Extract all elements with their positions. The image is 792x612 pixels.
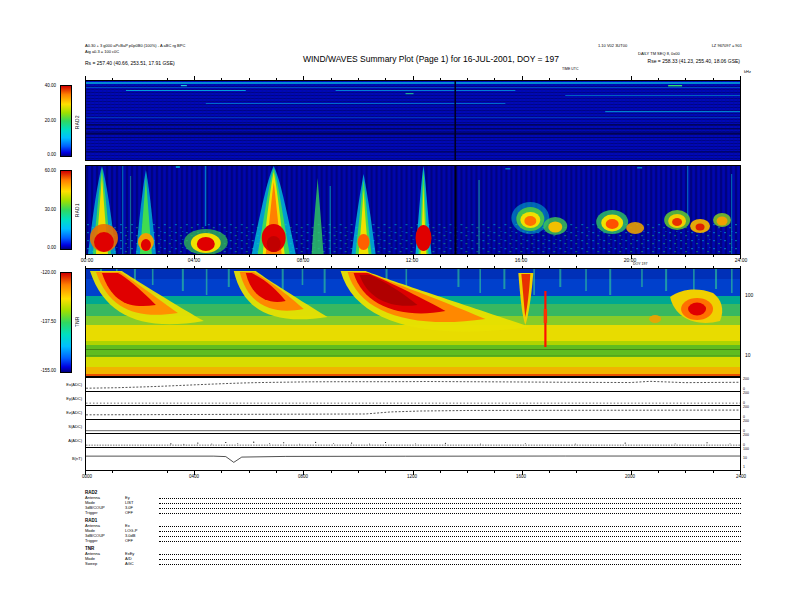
rad1-panel-label: RAD1 bbox=[75, 196, 80, 224]
bottom-tick-0400: 0400 bbox=[179, 474, 209, 479]
rad1-heatmap-art bbox=[86, 166, 740, 254]
bottom-tick-2400: 2400 bbox=[726, 474, 756, 479]
tnr-colorbar bbox=[60, 272, 72, 373]
lineplot-b-nt bbox=[85, 447, 741, 471]
lineplot-s-adc bbox=[85, 419, 741, 434]
legend-leader-dots bbox=[159, 564, 741, 565]
time-tick-0000: 00:00 bbox=[72, 257, 102, 263]
header-info-line1: A0.30 + 3 g000 aPcBaP p0p0B0 (100%) - A … bbox=[85, 43, 305, 48]
lineplot-label-ey: Ey(ADC) bbox=[50, 396, 82, 401]
rad1-colorbar-tick-top: 60.00 bbox=[28, 168, 56, 173]
legend-leader-dots bbox=[159, 508, 741, 509]
rad2-panel-label: RAD2 bbox=[75, 108, 80, 136]
legend-row: Trigger OFF bbox=[85, 538, 741, 543]
lineplot-ez-adc bbox=[85, 405, 741, 420]
header-daily-tm-text: DAILY TM SEQ 8, 0x00 bbox=[638, 51, 738, 56]
lineplot-a-adc bbox=[85, 433, 741, 448]
frequency-unit-label: kHz bbox=[744, 69, 764, 74]
tnr-spectrogram bbox=[85, 268, 741, 377]
bottom-tick-0800: 0800 bbox=[288, 474, 318, 479]
spacecraft-rs-position: Rs = 257.40 (40.66, 253.51, 17.91 GSE) bbox=[85, 60, 285, 66]
time-utc-label: TIME UTC bbox=[562, 67, 592, 71]
legend-row-value: OFF bbox=[125, 538, 159, 543]
tnr-panel-label: TNR bbox=[75, 308, 80, 336]
legend-leader-dots bbox=[159, 526, 741, 527]
spacecraft-rse-position: Rse = 258.33 (41.23, 255.40, 18.06 GSE) bbox=[560, 58, 740, 64]
legend-leader-dots bbox=[159, 513, 741, 514]
lineplot-label-ez: Ez(ADC) bbox=[50, 410, 82, 415]
lineplot-ex-adc bbox=[85, 377, 741, 392]
rad1-colorbar-tick-mid: 30.00 bbox=[28, 207, 56, 212]
bottom-tick-1600: 1600 bbox=[506, 474, 536, 479]
footer-legend: RAD2 Antenna Ey Mode LIST 3dB/COUP 3.0F … bbox=[85, 487, 741, 566]
header-info-line2: Aig a0.3 = 100 c0C bbox=[85, 49, 245, 54]
header-lz-text: LZ 967097 = 901 bbox=[688, 43, 742, 48]
time-tick-0800: 08:00 bbox=[288, 257, 318, 263]
bottom-tick-1200: 1200 bbox=[397, 474, 427, 479]
tnr-freq-tick-100: 100 bbox=[745, 292, 753, 298]
time-tick-1200: 12:00 bbox=[397, 257, 427, 263]
rad2-spectrogram bbox=[85, 80, 741, 161]
lineplot-label-a: A(ADC) bbox=[50, 438, 82, 443]
legend-row: Trigger OFF bbox=[85, 510, 741, 515]
lineplot-ey-adc bbox=[85, 391, 741, 406]
bottom-tick-0000: 0000 bbox=[72, 474, 102, 479]
tnr-freq-tick-10: 10 bbox=[745, 352, 751, 358]
legend-leader-dots bbox=[159, 541, 741, 542]
lineplot-ez-scale-top: 200 bbox=[743, 405, 749, 409]
rad2-colorbar bbox=[60, 85, 72, 157]
lineplot-ex-scale-top: 200 bbox=[743, 377, 749, 381]
legend-row-label: Sweep bbox=[85, 561, 125, 566]
rad1-colorbar-tick-bottom: 0.00 bbox=[28, 245, 56, 250]
rad1-colorbar bbox=[60, 170, 72, 250]
legend-leader-dots bbox=[159, 498, 741, 499]
legend-leader-dots bbox=[159, 531, 741, 532]
tnr-colorbar-tick-top: -120.00 bbox=[24, 270, 56, 275]
time-tick-2400: 24:00 bbox=[726, 257, 756, 263]
lineplot-label-b: B(nT) bbox=[50, 456, 82, 461]
lineplot-s-scale-top: 200 bbox=[743, 419, 749, 423]
lineplot-label-ex: Ex(ADC) bbox=[50, 382, 82, 387]
header-version-text: 1.10 V02 3UT00 bbox=[598, 43, 668, 48]
rad2-colorbar-tick-bottom: 0.00 bbox=[28, 152, 56, 157]
lineplot-b-scale-mid: 10 bbox=[743, 456, 747, 460]
lineplot-b-scale-top: 100 bbox=[743, 447, 749, 451]
tnr-colorbar-tick-bottom: -155.00 bbox=[24, 368, 56, 373]
rad2-colorbar-tick-mid: 20.00 bbox=[28, 118, 56, 123]
legend-leader-dots bbox=[159, 503, 741, 504]
lineplot-a-scale-top: 200 bbox=[743, 433, 749, 437]
legend-row-label: Trigger bbox=[85, 538, 125, 543]
lineplot-b-scale-bottom: 1 bbox=[743, 465, 745, 469]
legend-row-label: Trigger bbox=[85, 510, 125, 515]
time-tick-1600: 16:00 bbox=[506, 257, 536, 263]
tnr-colorbar-tick-mid: -137.50 bbox=[24, 319, 56, 324]
legend-leader-dots bbox=[159, 536, 741, 537]
lineplot-ey-scale-top: 200 bbox=[743, 391, 749, 395]
rad1-spectrogram bbox=[85, 165, 741, 255]
legend-row-value: AGC bbox=[125, 561, 159, 566]
legend-row: Sweep AGC bbox=[85, 561, 741, 566]
tnr-heatmap-art bbox=[86, 269, 740, 376]
waves-summary-plot-page: A0.30 + 3 g000 aPcBaP p0p0B0 (100%) - A … bbox=[0, 0, 792, 612]
legend-leader-dots bbox=[159, 559, 741, 560]
time-tick-0400: 04:00 bbox=[179, 257, 209, 263]
page-title: WIND/WAVES Summary Plot (Page 1) for 16-… bbox=[256, 54, 606, 64]
lineplot-label-s: S(ADC) bbox=[50, 424, 82, 429]
legend-row-value: OFF bbox=[125, 510, 159, 515]
rad2-colorbar-tick-top: 40.00 bbox=[28, 83, 56, 88]
rad2-heatmap-art bbox=[86, 81, 740, 160]
bottom-tick-2000: 2000 bbox=[615, 474, 645, 479]
legend-leader-dots bbox=[159, 554, 741, 555]
